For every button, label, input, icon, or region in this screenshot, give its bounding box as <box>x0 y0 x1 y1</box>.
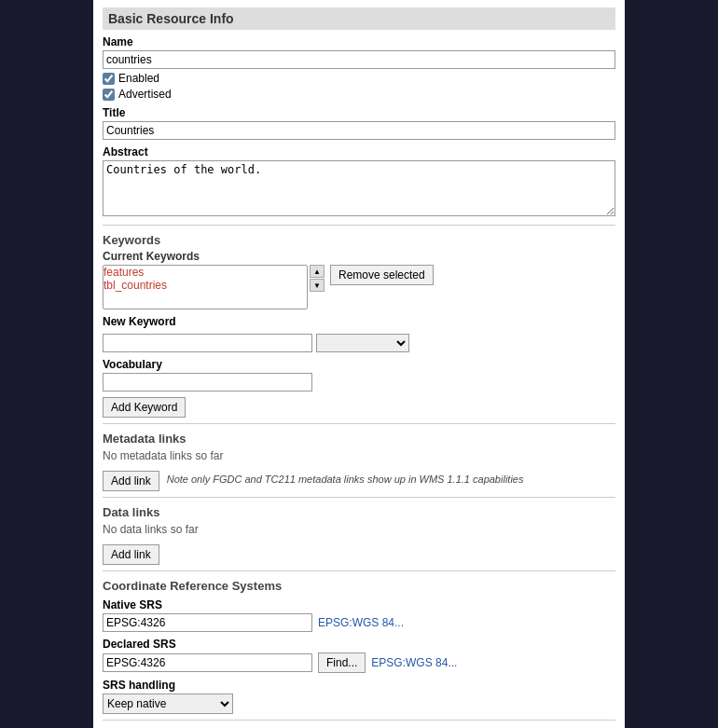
new-keyword-row <box>103 334 615 352</box>
native-srs-link[interactable]: EPSG:WGS 84... <box>318 616 404 629</box>
no-metadata-text: No metadata links so far <box>103 449 615 462</box>
enabled-label: Enabled <box>118 72 159 85</box>
native-srs-row: EPSG:WGS 84... <box>103 613 615 632</box>
native-srs-label: Native SRS <box>103 598 615 611</box>
vocabulary-select-inline[interactable] <box>316 334 409 352</box>
section-title-basic: Basic Resource Info <box>103 7 615 30</box>
declared-srs-input[interactable] <box>103 653 312 672</box>
crs-heading: Coordinate Reference Systems <box>103 579 615 593</box>
advertised-label: Advertised <box>118 88 172 101</box>
advertised-checkbox[interactable] <box>103 89 115 101</box>
title-label: Title <box>103 106 615 119</box>
current-keywords-label: Current Keywords <box>103 250 615 263</box>
keyword-option-features[interactable]: features <box>104 266 307 279</box>
declared-srs-row: Find... EPSG:WGS 84... <box>103 652 615 673</box>
new-keyword-input[interactable] <box>103 334 312 352</box>
advertised-row: Advertised <box>103 88 615 101</box>
new-keyword-label: New Keyword <box>103 315 615 328</box>
srs-handling-select[interactable]: Keep native Force declared Reproject nat… <box>103 694 233 714</box>
metadata-links-heading: Metadata links <box>103 432 615 446</box>
native-srs-input[interactable] <box>103 613 312 632</box>
keywords-listbox[interactable]: features tbl_countries <box>103 265 308 309</box>
name-input[interactable] <box>103 50 615 69</box>
find-srs-btn[interactable]: Find... <box>318 652 366 673</box>
enabled-checkbox[interactable] <box>103 73 115 85</box>
add-keyword-btn[interactable]: Add Keyword <box>103 397 186 418</box>
declared-srs-label: Declared SRS <box>103 638 615 651</box>
declared-srs-link[interactable]: EPSG:WGS 84... <box>371 656 457 669</box>
keyword-option-tbl[interactable]: tbl_countries <box>104 279 307 292</box>
scroll-up-btn[interactable]: ▲ <box>310 265 324 278</box>
no-data-text: No data links so far <box>103 523 615 536</box>
scroll-arrows: ▲ ▼ <box>310 265 324 292</box>
srs-handling-label: SRS handling <box>103 679 615 692</box>
name-label: Name <box>103 35 615 48</box>
abstract-label: Abstract <box>103 145 615 158</box>
vocabulary-label: Vocabulary <box>103 358 615 371</box>
keywords-heading: Keywords <box>103 233 615 247</box>
add-data-link-btn[interactable]: Add link <box>103 544 159 565</box>
metadata-note: Note only FGDC and TC211 metadata links … <box>167 474 524 485</box>
enabled-row: Enabled <box>103 72 615 85</box>
add-metadata-link-btn[interactable]: Add link <box>103 471 159 491</box>
remove-selected-btn[interactable]: Remove selected <box>330 265 434 285</box>
vocabulary-input[interactable] <box>103 373 312 391</box>
title-input[interactable] <box>103 121 615 140</box>
data-links-heading: Data links <box>103 505 615 519</box>
keywords-list-area: features tbl_countries ▲ ▼ Remove select… <box>103 265 615 309</box>
abstract-textarea[interactable]: Countries of the world. <box>103 160 615 216</box>
scroll-down-btn[interactable]: ▼ <box>310 279 324 292</box>
